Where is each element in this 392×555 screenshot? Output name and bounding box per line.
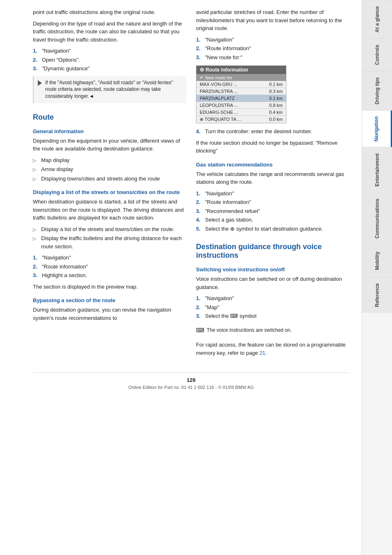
gas-station-steps: 1. "Navigation" 2. "Route information" 3… — [196, 190, 349, 233]
list-item: ▷ Display the traffic bulletins and the … — [33, 234, 186, 250]
note-text: If the "Avoid highways", "Avoid toll roa… — [45, 79, 182, 100]
list-item: 1. "Navigation" — [33, 47, 186, 55]
bypassing-step4: 4. Turn the controller: enter the desire… — [196, 127, 349, 136]
sidebar-tab-navigation[interactable]: Navigation — [362, 110, 392, 147]
rapid-access: For rapid access, the feature can be sto… — [196, 341, 349, 357]
list-item: 3. Highlight a section. — [33, 271, 186, 280]
displaying-list-p: When destination guidance is started, a … — [33, 198, 186, 222]
page-link[interactable]: 21 — [259, 350, 265, 356]
gas-station-title: Gas station recommendations — [196, 162, 349, 168]
list-item: ▷ Arrow display — [33, 165, 186, 173]
switching-voice-steps: 1. "Navigation" 2. "Map" 3. Select the ⌨… — [196, 294, 349, 320]
list-item: 1. "Navigation" — [196, 190, 349, 198]
route-row-6: ⊕ TORQUATO TA ... 0.0 km — [196, 116, 286, 123]
displaying-note: The section is displayed in the preview … — [33, 283, 186, 291]
intro-p2: Depending on the type of road and the na… — [33, 20, 186, 44]
gas-station-p: The vehicle calculates the range and rec… — [196, 170, 349, 186]
general-info-p: Depending on the equipment in your vehic… — [33, 137, 186, 153]
voice-note-box: ⌨ The voice instructions are switched on… — [196, 324, 349, 337]
remove-blocking: If the route section should no longer be… — [196, 139, 349, 155]
list-item: 3. "New route for:" — [196, 53, 349, 62]
tri-icon: ▷ — [33, 226, 39, 233]
list-item: 3. Select the ⌨ symbol — [196, 312, 349, 320]
tri-icon: ▷ — [33, 235, 39, 242]
general-info-title: General information — [33, 128, 186, 134]
tri-icon: ▷ — [33, 166, 39, 173]
list-item: 2. "Route information" — [196, 44, 349, 53]
list-item: 1. "Navigation" — [33, 254, 186, 262]
sidebar-tab-mobility[interactable]: Mobility — [362, 244, 392, 277]
settings-icon: ⚙ — [200, 67, 204, 73]
displaying-list-title: Displaying a list of the streets or town… — [33, 189, 186, 195]
route-row-4: LEOPOLDSTRA ... 0.8 km — [196, 102, 286, 109]
route-info-box: ⚙ Route information ✔ New route for MAX-… — [196, 65, 286, 123]
destination-guidance-title: Destination guidance through voice instr… — [196, 243, 349, 260]
route-info-box-header: ⚙ Route information — [196, 66, 286, 74]
tri-icon: ▷ — [33, 157, 39, 164]
bypassing-title: Bypassing a section of the route — [33, 297, 186, 303]
voice-note: The voice instructions are switched on. — [207, 327, 292, 334]
right-column: avoid particular stretches of road. Ente… — [196, 8, 349, 360]
sidebar-tab-communications[interactable]: Communications — [362, 192, 392, 244]
list-item: 1. "Navigation" — [196, 294, 349, 303]
left-column: point out traffic obstructions along the… — [33, 8, 186, 360]
list-item: ▷ Map display — [33, 156, 186, 164]
two-column-layout: point out traffic obstructions along the… — [33, 8, 349, 360]
footer: 129 Online Edition for Part no. 01 41 2 … — [33, 372, 349, 390]
note-triangle-icon — [38, 80, 42, 86]
list-item: 2. "Route information" — [196, 198, 349, 206]
bypassing-cont: avoid particular stretches of road. Ente… — [196, 8, 349, 32]
footer-text: Online Edition for Part no. 01 41 2 602 … — [128, 385, 254, 390]
main-content: point out traffic obstructions along the… — [0, 0, 362, 555]
sidebar-tab-entertainment[interactable]: Entertainment — [362, 147, 392, 192]
general-info-list: ▷ Map display ▷ Arrow display ▷ Displayi… — [33, 156, 186, 183]
switching-voice-title: Switching voice instructions on/off — [196, 266, 349, 273]
route-row-5: EDUARG-SCHE ... 0.4 km — [196, 109, 286, 116]
route-row-2: PARZIVALSTRA ... 0.3 km — [196, 88, 286, 95]
list-item: ▷ Displaying towns/cities and streets al… — [33, 175, 186, 183]
route-section-title: Route — [33, 113, 186, 122]
list-item: 3. "Recommended refuel" — [196, 207, 349, 215]
nav-icon: ✔ — [200, 75, 203, 80]
sidebar-tab-reference[interactable]: Reference — [362, 277, 392, 313]
list-item: ▷ Display a list of the streets and town… — [33, 225, 186, 234]
sidebar-tab-controls[interactable]: Controls — [362, 38, 392, 71]
sidebar-tab-at-a-glance[interactable]: At a glance — [362, 0, 392, 38]
note-box: If the "Avoid highways", "Avoid toll roa… — [33, 76, 186, 103]
list-item: 2. "Map" — [196, 303, 349, 312]
list-item: 3. "Dynamic guidance" — [33, 65, 186, 73]
displaying-steps: 1. "Navigation" 2. "Route information" 3… — [33, 254, 186, 280]
list-item: 1. "Navigation" — [196, 36, 349, 44]
list-item: 2. "Route information" — [33, 263, 186, 271]
sidebar: At a glance Controls Driving tips Naviga… — [362, 0, 392, 555]
route-info-box-subheader: ✔ New route for — [196, 74, 286, 81]
list-item: 2. Open "Options". — [33, 56, 186, 64]
intro-p1: point out traffic obstructions along the… — [33, 8, 186, 16]
route-row-1: MAX-VON-GRU ... 0.1 km — [196, 81, 286, 88]
list-item: 4. Select a gas station. — [196, 216, 349, 224]
page-number: 129 — [33, 377, 349, 383]
steps-intro-list: 1. "Navigation" 2. Open "Options". 3. "D… — [33, 47, 186, 73]
list-item: 4. Turn the controller: enter the desire… — [196, 127, 349, 136]
bypassing-steps: 1. "Navigation" 2. "Route information" 3… — [196, 36, 349, 62]
switching-voice-p: Voice instructions can be switched on or… — [196, 275, 349, 291]
list-item: 5. Select the ⊕ symbol to start destinat… — [196, 225, 349, 233]
bypassing-p: During destination guidance, you can rev… — [33, 306, 186, 322]
voice-symbol-icon: ⌨ — [196, 327, 204, 333]
tri-icon: ▷ — [33, 176, 39, 183]
displaying-bullets: ▷ Display a list of the streets and town… — [33, 225, 186, 251]
route-row-3: PARZIVALPLATZ 0.1 km — [196, 95, 286, 102]
sidebar-tab-driving-tips[interactable]: Driving tips — [362, 71, 392, 110]
